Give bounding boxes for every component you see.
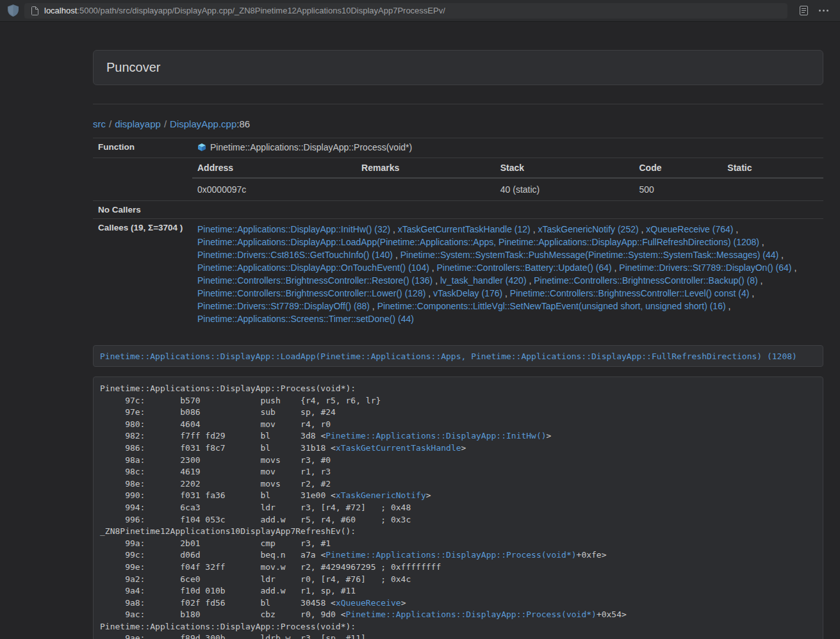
symbol-table: Function Pinetime::Applications::Display… [93,138,823,329]
callees-row: Callees (19, Σ=3704 ) Pinetime::Applicat… [93,219,823,330]
symbol-panel: Pinetime::Applications::DisplayApp::Load… [93,345,823,367]
breadcrumb-line-number: :86 [236,118,250,129]
callees-list: Pinetime::Applications::DisplayApp::Init… [192,219,823,330]
code-value: 500 [634,178,722,200]
app-header: Puncover [93,50,823,85]
col-header-address: Address [192,158,356,178]
callee-link[interactable]: Pinetime::Components::LittleVgl::SetNewT… [377,301,726,311]
callee-link[interactable]: xQueueReceive (764) [646,224,733,234]
overflow-menu-icon[interactable] [815,7,832,14]
disassembly-code: Pinetime::Applications::DisplayApp::Proc… [93,376,823,639]
remarks-value [356,178,495,200]
col-header-remarks: Remarks [356,158,495,178]
url-path: :5000/path/src/displayapp/DisplayApp.cpp… [77,6,445,15]
url-host: localhost [44,6,77,15]
adblock-shield-icon[interactable] [8,4,19,17]
url-text[interactable]: localhost:5000/path/src/displayapp/Displ… [44,6,445,15]
page-icon [30,5,40,17]
callee-link[interactable]: Pinetime::Controllers::BrightnessControl… [197,288,425,298]
callee-link[interactable]: Pinetime::Applications::DisplayApp::Load… [197,237,759,247]
page-title: Puncover [106,60,161,74]
disassembly-symbol-link[interactable]: xTaskGetCurrentTaskHandle [336,443,461,453]
callee-link[interactable]: Pinetime::Applications::DisplayApp::Init… [197,224,390,234]
callee-link[interactable]: lv_task_handler (420) [440,275,527,286]
breadcrumb-item-displayapp[interactable]: displayapp [115,118,161,129]
no-callers-label: No Callers [93,201,192,219]
callee-link[interactable]: Pinetime::Drivers::St7789::DisplayOn() (… [619,263,791,273]
divider [93,104,823,104]
method-icon [197,143,206,154]
url-bar[interactable]: localhost:5000/path/src/displayapp/Displ… [24,3,787,19]
callee-link[interactable]: Pinetime::Drivers::St7789::DisplayOff() … [197,301,370,311]
breadcrumb-item-file[interactable]: DisplayApp.cpp [170,118,236,129]
disassembly-symbol-link[interactable]: Pinetime::Applications::DisplayApp::Proc… [325,550,576,560]
breadcrumb-separator: / [109,118,111,129]
callee-link[interactable]: Pinetime::Applications::Screens::Timer::… [197,314,414,324]
function-row: Function Pinetime::Applications::Display… [93,138,823,158]
disassembly-symbol-link[interactable]: Pinetime::Applications::DisplayApp::Proc… [346,610,597,619]
details-header-row: Address Remarks Stack Code Static [192,158,823,178]
callee-link[interactable]: xTaskGenericNotify (252) [538,224,638,234]
reader-mode-icon[interactable] [798,4,809,17]
browser-toolbar: localhost:5000/path/src/displayapp/Displ… [0,0,840,22]
breadcrumb-separator: / [164,118,167,129]
breadcrumb-item-src[interactable]: src [93,118,106,129]
disassembly-symbol-link[interactable]: xTaskGenericNotify [336,490,426,500]
callee-link[interactable]: xTaskGetCurrentTaskHandle (12) [398,224,531,234]
disassembly-symbol-link[interactable]: Pinetime::Applications::DisplayApp::Init… [325,431,546,441]
no-callers-row: No Callers [93,201,823,219]
details-row: Address Remarks Stack Code Static 0x0000… [93,158,823,201]
breadcrumb: src/displayapp/DisplayApp.cpp:86 [93,118,823,129]
callee-link[interactable]: vTaskDelay (176) [433,288,502,298]
function-name: Pinetime::Applications::DisplayApp::Proc… [210,142,412,152]
callee-link[interactable]: Pinetime::Controllers::Battery::Update()… [437,263,612,273]
callee-link[interactable]: Pinetime::Controllers::BrightnessControl… [510,288,749,298]
callees-label: Callees (19, Σ=3704 ) [93,219,192,330]
stack-value: 40 (static) [495,178,634,200]
callee-link[interactable]: Pinetime::Drivers::Cst816S::GetTouchInfo… [197,250,393,260]
static-value [722,178,823,200]
disassembly-symbol-link[interactable]: xQueueReceive [336,598,401,608]
callee-link[interactable]: Pinetime::Controllers::BrightnessControl… [534,275,757,286]
panel-symbol-link[interactable]: Pinetime::Applications::DisplayApp::Load… [100,352,797,361]
callee-link[interactable]: Pinetime::Controllers::BrightnessControl… [197,275,432,286]
col-header-stack: Stack [495,158,634,178]
callee-link[interactable]: Pinetime::System::SystemTask::PushMessag… [400,250,779,260]
callee-link[interactable]: Pinetime::Applications::DisplayApp::OnTo… [197,263,429,273]
function-label: Function [93,138,192,158]
details-value-row: 0x0000097c 40 (static) 500 [192,178,823,200]
page-container: Puncover src/displayapp/DisplayApp.cpp:8… [93,50,823,639]
col-header-code: Code [634,158,722,178]
col-header-static: Static [722,158,823,178]
symbol-details-table: Address Remarks Stack Code Static 0x0000… [192,158,823,200]
address-value: 0x0000097c [192,178,356,200]
